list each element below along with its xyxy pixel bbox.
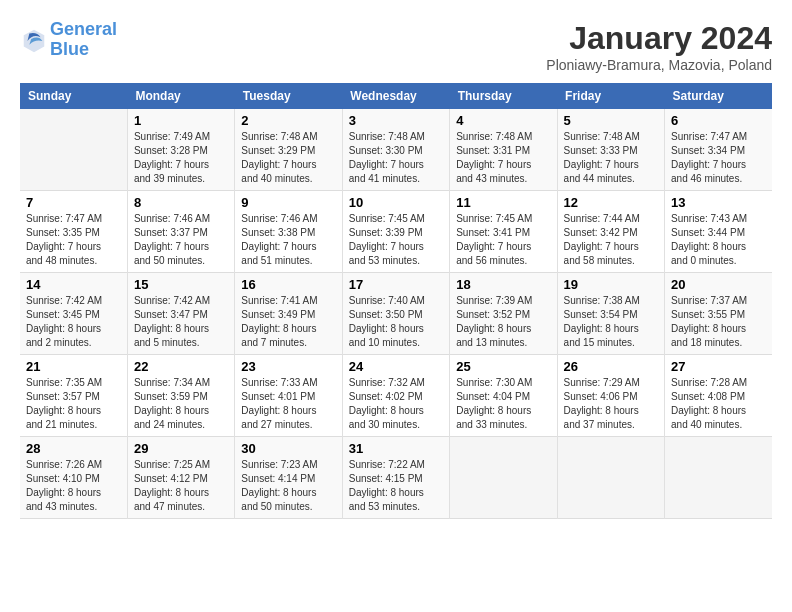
calendar-cell	[20, 109, 127, 191]
day-number: 7	[26, 195, 121, 210]
day-info: Sunrise: 7:30 AM Sunset: 4:04 PM Dayligh…	[456, 376, 550, 432]
calendar-cell: 19Sunrise: 7:38 AM Sunset: 3:54 PM Dayli…	[557, 273, 664, 355]
day-info: Sunrise: 7:47 AM Sunset: 3:35 PM Dayligh…	[26, 212, 121, 268]
page-header: General Blue January 2024 Ploniawy-Bramu…	[20, 20, 772, 73]
day-number: 14	[26, 277, 121, 292]
day-info: Sunrise: 7:42 AM Sunset: 3:47 PM Dayligh…	[134, 294, 228, 350]
calendar-cell	[665, 437, 772, 519]
day-info: Sunrise: 7:42 AM Sunset: 3:45 PM Dayligh…	[26, 294, 121, 350]
calendar-cell: 21Sunrise: 7:35 AM Sunset: 3:57 PM Dayli…	[20, 355, 127, 437]
day-number: 3	[349, 113, 443, 128]
calendar-cell: 30Sunrise: 7:23 AM Sunset: 4:14 PM Dayli…	[235, 437, 342, 519]
day-number: 4	[456, 113, 550, 128]
calendar-table: SundayMondayTuesdayWednesdayThursdayFrid…	[20, 83, 772, 519]
calendar-cell: 9Sunrise: 7:46 AM Sunset: 3:38 PM Daylig…	[235, 191, 342, 273]
day-info: Sunrise: 7:48 AM Sunset: 3:33 PM Dayligh…	[564, 130, 658, 186]
day-number: 20	[671, 277, 766, 292]
calendar-cell	[450, 437, 557, 519]
calendar-cell: 29Sunrise: 7:25 AM Sunset: 4:12 PM Dayli…	[127, 437, 234, 519]
weekday-header-monday: Monday	[127, 83, 234, 109]
day-info: Sunrise: 7:44 AM Sunset: 3:42 PM Dayligh…	[564, 212, 658, 268]
day-number: 22	[134, 359, 228, 374]
month-title: January 2024	[546, 20, 772, 57]
calendar-cell: 2Sunrise: 7:48 AM Sunset: 3:29 PM Daylig…	[235, 109, 342, 191]
location: Ploniawy-Bramura, Mazovia, Poland	[546, 57, 772, 73]
day-number: 19	[564, 277, 658, 292]
calendar-cell: 13Sunrise: 7:43 AM Sunset: 3:44 PM Dayli…	[665, 191, 772, 273]
day-number: 24	[349, 359, 443, 374]
calendar-cell: 3Sunrise: 7:48 AM Sunset: 3:30 PM Daylig…	[342, 109, 449, 191]
calendar-cell: 23Sunrise: 7:33 AM Sunset: 4:01 PM Dayli…	[235, 355, 342, 437]
day-info: Sunrise: 7:22 AM Sunset: 4:15 PM Dayligh…	[349, 458, 443, 514]
day-info: Sunrise: 7:40 AM Sunset: 3:50 PM Dayligh…	[349, 294, 443, 350]
day-info: Sunrise: 7:43 AM Sunset: 3:44 PM Dayligh…	[671, 212, 766, 268]
day-info: Sunrise: 7:29 AM Sunset: 4:06 PM Dayligh…	[564, 376, 658, 432]
day-number: 30	[241, 441, 335, 456]
day-info: Sunrise: 7:35 AM Sunset: 3:57 PM Dayligh…	[26, 376, 121, 432]
day-number: 26	[564, 359, 658, 374]
day-number: 27	[671, 359, 766, 374]
day-info: Sunrise: 7:23 AM Sunset: 4:14 PM Dayligh…	[241, 458, 335, 514]
day-info: Sunrise: 7:38 AM Sunset: 3:54 PM Dayligh…	[564, 294, 658, 350]
day-number: 13	[671, 195, 766, 210]
day-number: 10	[349, 195, 443, 210]
calendar-cell: 8Sunrise: 7:46 AM Sunset: 3:37 PM Daylig…	[127, 191, 234, 273]
calendar-cell: 6Sunrise: 7:47 AM Sunset: 3:34 PM Daylig…	[665, 109, 772, 191]
calendar-cell: 15Sunrise: 7:42 AM Sunset: 3:47 PM Dayli…	[127, 273, 234, 355]
calendar-cell: 10Sunrise: 7:45 AM Sunset: 3:39 PM Dayli…	[342, 191, 449, 273]
day-info: Sunrise: 7:45 AM Sunset: 3:39 PM Dayligh…	[349, 212, 443, 268]
day-info: Sunrise: 7:33 AM Sunset: 4:01 PM Dayligh…	[241, 376, 335, 432]
weekday-header-sunday: Sunday	[20, 83, 127, 109]
day-number: 16	[241, 277, 335, 292]
day-number: 18	[456, 277, 550, 292]
calendar-cell: 17Sunrise: 7:40 AM Sunset: 3:50 PM Dayli…	[342, 273, 449, 355]
day-number: 25	[456, 359, 550, 374]
day-number: 28	[26, 441, 121, 456]
weekday-header-row: SundayMondayTuesdayWednesdayThursdayFrid…	[20, 83, 772, 109]
logo-line2: Blue	[50, 39, 89, 59]
logo: General Blue	[20, 20, 117, 60]
day-info: Sunrise: 7:39 AM Sunset: 3:52 PM Dayligh…	[456, 294, 550, 350]
day-info: Sunrise: 7:41 AM Sunset: 3:49 PM Dayligh…	[241, 294, 335, 350]
calendar-cell: 12Sunrise: 7:44 AM Sunset: 3:42 PM Dayli…	[557, 191, 664, 273]
calendar-cell: 28Sunrise: 7:26 AM Sunset: 4:10 PM Dayli…	[20, 437, 127, 519]
day-number: 6	[671, 113, 766, 128]
day-number: 8	[134, 195, 228, 210]
day-number: 17	[349, 277, 443, 292]
day-number: 5	[564, 113, 658, 128]
logo-line1: General	[50, 19, 117, 39]
calendar-cell: 22Sunrise: 7:34 AM Sunset: 3:59 PM Dayli…	[127, 355, 234, 437]
calendar-cell: 4Sunrise: 7:48 AM Sunset: 3:31 PM Daylig…	[450, 109, 557, 191]
calendar-cell: 26Sunrise: 7:29 AM Sunset: 4:06 PM Dayli…	[557, 355, 664, 437]
day-info: Sunrise: 7:48 AM Sunset: 3:29 PM Dayligh…	[241, 130, 335, 186]
day-number: 29	[134, 441, 228, 456]
calendar-cell: 27Sunrise: 7:28 AM Sunset: 4:08 PM Dayli…	[665, 355, 772, 437]
day-number: 21	[26, 359, 121, 374]
weekday-header-tuesday: Tuesday	[235, 83, 342, 109]
calendar-cell: 24Sunrise: 7:32 AM Sunset: 4:02 PM Dayli…	[342, 355, 449, 437]
day-info: Sunrise: 7:46 AM Sunset: 3:37 PM Dayligh…	[134, 212, 228, 268]
day-number: 23	[241, 359, 335, 374]
day-info: Sunrise: 7:26 AM Sunset: 4:10 PM Dayligh…	[26, 458, 121, 514]
day-info: Sunrise: 7:49 AM Sunset: 3:28 PM Dayligh…	[134, 130, 228, 186]
calendar-cell: 14Sunrise: 7:42 AM Sunset: 3:45 PM Dayli…	[20, 273, 127, 355]
day-info: Sunrise: 7:45 AM Sunset: 3:41 PM Dayligh…	[456, 212, 550, 268]
weekday-header-thursday: Thursday	[450, 83, 557, 109]
calendar-cell: 25Sunrise: 7:30 AM Sunset: 4:04 PM Dayli…	[450, 355, 557, 437]
weekday-header-friday: Friday	[557, 83, 664, 109]
day-number: 11	[456, 195, 550, 210]
calendar-week-row: 14Sunrise: 7:42 AM Sunset: 3:45 PM Dayli…	[20, 273, 772, 355]
calendar-week-row: 21Sunrise: 7:35 AM Sunset: 3:57 PM Dayli…	[20, 355, 772, 437]
calendar-week-row: 1Sunrise: 7:49 AM Sunset: 3:28 PM Daylig…	[20, 109, 772, 191]
calendar-week-row: 7Sunrise: 7:47 AM Sunset: 3:35 PM Daylig…	[20, 191, 772, 273]
day-info: Sunrise: 7:34 AM Sunset: 3:59 PM Dayligh…	[134, 376, 228, 432]
calendar-cell: 1Sunrise: 7:49 AM Sunset: 3:28 PM Daylig…	[127, 109, 234, 191]
calendar-cell: 11Sunrise: 7:45 AM Sunset: 3:41 PM Dayli…	[450, 191, 557, 273]
day-info: Sunrise: 7:25 AM Sunset: 4:12 PM Dayligh…	[134, 458, 228, 514]
day-number: 12	[564, 195, 658, 210]
calendar-cell: 16Sunrise: 7:41 AM Sunset: 3:49 PM Dayli…	[235, 273, 342, 355]
day-number: 1	[134, 113, 228, 128]
weekday-header-wednesday: Wednesday	[342, 83, 449, 109]
weekday-header-saturday: Saturday	[665, 83, 772, 109]
day-info: Sunrise: 7:48 AM Sunset: 3:30 PM Dayligh…	[349, 130, 443, 186]
